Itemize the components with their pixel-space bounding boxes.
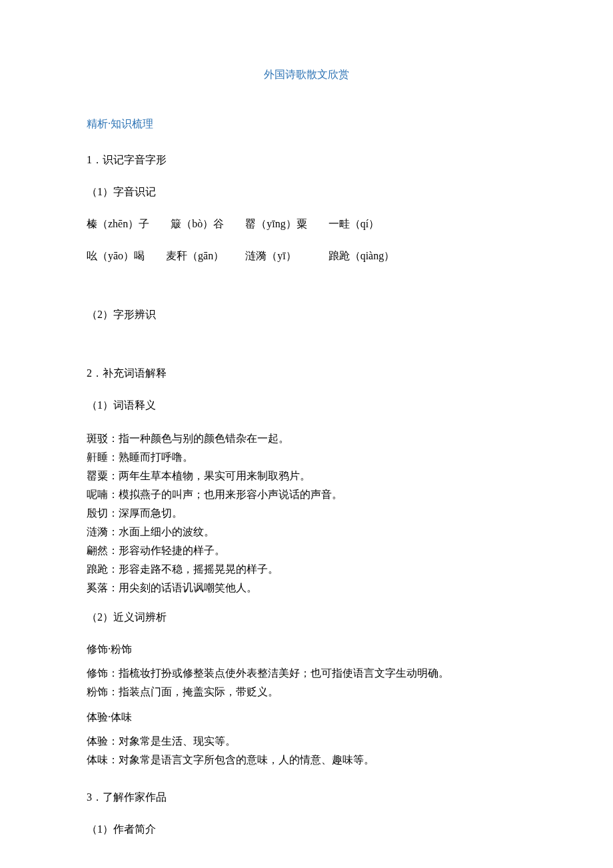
synonym-pair-1-head: 修饰·粉饰	[87, 641, 526, 657]
def-item: 涟漪：水面上细小的波纹。	[87, 523, 526, 541]
section-analysis-heading: 精析·知识梳理	[87, 116, 526, 132]
synonym-line: 体味：对象常是语言文字所包含的意味，人的情意、趣味等。	[87, 751, 526, 769]
heading-1-2: （2）字形辨识	[87, 307, 526, 323]
heading-3-1: （1）作者简介	[87, 821, 526, 837]
page-title: 外国诗歌散文欣赏	[87, 67, 526, 83]
heading-1-1: （1）字音识记	[87, 184, 526, 200]
synonym-pair-2-head: 体验·体味	[87, 709, 526, 725]
heading-1: 1．识记字音字形	[87, 152, 526, 168]
def-item: 斑驳：指一种颜色与别的颜色错杂在一起。	[87, 429, 526, 448]
definitions-block: 斑驳：指一种颜色与别的颜色错杂在一起。 鼾睡：熟睡而打呼噜。 罂粟：两年生草本植…	[87, 429, 526, 597]
pinyin-line-2: 吆（yāo）喝 麦秆（gān） 涟漪（yī） 踉跄（qiàng）	[87, 248, 526, 264]
def-item: 呢喃：模拟燕子的叫声；也用来形容小声说话的声音。	[87, 485, 526, 504]
synonym-line: 体验：对象常是生活、现实等。	[87, 732, 526, 751]
synonym-line: 修饰：指梳妆打扮或修整装点使外表整洁美好；也可指使语言文字生动明确。	[87, 664, 526, 683]
synonym-pair-1-body: 修饰：指梳妆打扮或修整装点使外表整洁美好；也可指使语言文字生动明确。 粉饰：指装…	[87, 664, 526, 701]
def-item: 奚落：用尖刻的话语讥讽嘲笑他人。	[87, 579, 526, 597]
def-item: 翩然：形容动作轻捷的样子。	[87, 541, 526, 560]
heading-2-2: （2）近义词辨析	[87, 609, 526, 625]
def-item: 罂粟：两年生草本植物，果实可用来制取鸦片。	[87, 467, 526, 485]
heading-2: 2．补充词语解释	[87, 365, 526, 381]
def-item: 鼾睡：熟睡而打呼噜。	[87, 448, 526, 467]
heading-2-1: （1）词语释义	[87, 397, 526, 413]
heading-3: 3．了解作家作品	[87, 789, 526, 805]
def-item: 踉跄：形容走路不稳，摇摇晃晃的样子。	[87, 560, 526, 579]
synonym-line: 粉饰：指装点门面，掩盖实际，带贬义。	[87, 683, 526, 701]
synonym-pair-2-body: 体验：对象常是生活、现实等。 体味：对象常是语言文字所包含的意味，人的情意、趣味…	[87, 732, 526, 769]
pinyin-line-1: 榛（zhēn）子 簸（bò）谷 罂（yīng）粟 一畦（qí）	[87, 216, 526, 232]
def-item: 殷切：深厚而急切。	[87, 504, 526, 523]
